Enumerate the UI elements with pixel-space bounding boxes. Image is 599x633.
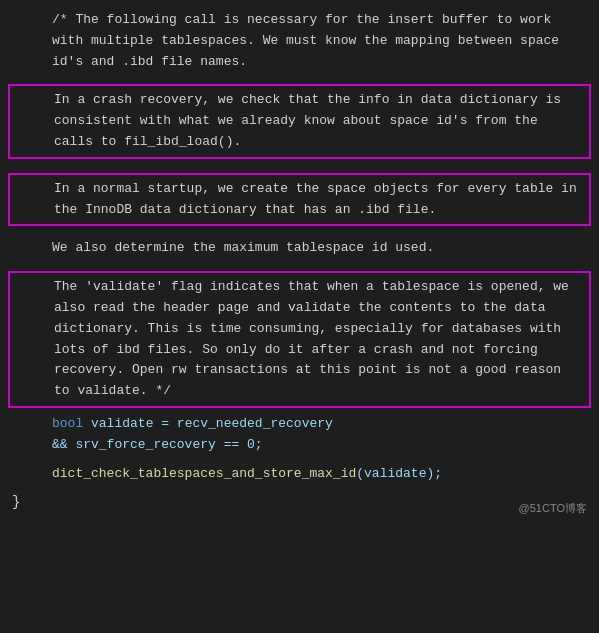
comment-text-validate: The 'validate' flag indicates that when … [54, 279, 569, 398]
comment-text-normal-startup: In a normal startup, we create the space… [54, 181, 577, 217]
comment-block-1: /* The following call is necessary for t… [0, 10, 599, 72]
comment-block-normal-startup: In a normal startup, we create the space… [8, 173, 591, 227]
comment-text-1: /* The following call is necessary for t… [52, 12, 559, 69]
code-and-srv: && srv_force_recovery == 0; [52, 437, 263, 452]
comment-text-2: We also determine the maximum tablespace… [52, 240, 434, 255]
code-and-line: && srv_force_recovery == 0; [0, 435, 599, 456]
variable-validate: validate = recv_needed_recovery [83, 416, 333, 431]
function-args: (validate); [356, 466, 442, 481]
comment-block-crash-recovery: In a crash recovery, we check that the i… [8, 84, 591, 158]
keyword-bool: bool [52, 416, 83, 431]
code-container: /* The following call is necessary for t… [0, 0, 599, 524]
comment-block-validate: The 'validate' flag indicates that when … [8, 271, 591, 408]
code-dict-check-line: dict_check_tablespaces_and_store_max_id(… [0, 464, 599, 485]
code-bool-line: bool validate = recv_needed_recovery [0, 414, 599, 435]
function-dict-check: dict_check_tablespaces_and_store_max_id [52, 466, 356, 481]
comment-block-2: We also determine the maximum tablespace… [0, 238, 599, 259]
comment-text-crash-recovery: In a crash recovery, we check that the i… [54, 92, 561, 149]
watermark: @51CTO博客 [519, 501, 587, 516]
closing-brace: } [0, 490, 599, 514]
